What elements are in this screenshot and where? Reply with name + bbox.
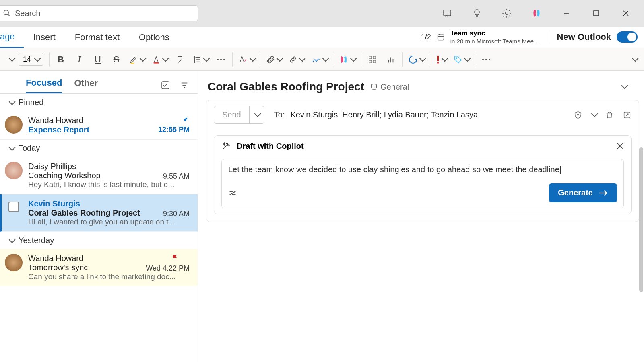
bold-button[interactable]: B [55, 54, 66, 65]
svg-point-32 [489, 59, 490, 60]
compose-box: Send To: Kevin Sturgis; Henry Brill; Lyd… [206, 100, 639, 222]
flag-icon[interactable] [171, 254, 179, 262]
tag-button[interactable] [454, 55, 469, 64]
send-button-group: Send [214, 106, 264, 124]
minimize-icon[interactable] [560, 7, 572, 19]
chevron-down-icon[interactable] [591, 111, 596, 119]
svg-point-31 [485, 59, 487, 60]
gear-icon[interactable] [501, 7, 513, 19]
tab-focused[interactable]: Focused [26, 78, 62, 93]
titlebar: Search [0, 0, 644, 27]
svg-rect-20 [369, 56, 372, 58]
close-icon[interactable] [617, 142, 624, 150]
svg-point-43 [233, 191, 234, 192]
search-input[interactable]: Search [0, 5, 198, 21]
font-size-select[interactable]: 14 [19, 53, 43, 66]
upcoming-event[interactable]: Team sync in 20 min Microsoft Teams Mee.… [450, 29, 539, 45]
lightbulb-icon[interactable] [471, 7, 483, 19]
svg-rect-22 [369, 60, 372, 62]
email-item-selected[interactable]: Kevin Sturgis Coral Gables Roofing Proje… [0, 194, 198, 232]
tab-other[interactable]: Other [74, 78, 98, 93]
send-button[interactable]: Send [214, 106, 250, 123]
mail-list-tabs: Focused Other [0, 71, 198, 93]
email-item-flagged[interactable]: Wanda Howard Tomorrow's sync Can you sha… [0, 249, 198, 286]
event-subtitle: in 20 min Microsoft Teams Mee... [450, 38, 539, 45]
new-outlook-toggle[interactable] [617, 31, 638, 43]
email-time: 9:30 AM [163, 210, 190, 218]
signature-button[interactable] [311, 55, 327, 64]
copilot-toolbar-button[interactable] [339, 55, 355, 64]
email-time: Wed 4:22 PM [146, 264, 190, 273]
styles-button[interactable] [238, 55, 254, 64]
svg-rect-23 [373, 60, 376, 62]
sensitivity-badge[interactable]: General [370, 82, 409, 92]
section-today[interactable]: Today [0, 140, 198, 157]
avatar [5, 116, 23, 134]
svg-point-18 [220, 59, 222, 60]
svg-rect-2 [444, 10, 451, 16]
tab-options[interactable]: Options [129, 27, 179, 48]
ribbon-collapse-icon[interactable] [632, 56, 641, 63]
line-spacing-button[interactable] [193, 55, 208, 64]
send-dropdown[interactable] [250, 106, 264, 123]
pin-icon[interactable] [181, 116, 189, 124]
section-yesterday[interactable]: Yesterday [0, 232, 198, 249]
chevron-down-icon [9, 98, 14, 107]
reading-title: Coral Gables Roofing Project [208, 80, 364, 93]
more-toolbar-icon[interactable] [481, 54, 492, 65]
copilot-prompt-input[interactable]: Let the team know we decided to use clay… [228, 165, 617, 176]
apps-button[interactable] [367, 54, 378, 65]
email-preview: Can you share a link to the marketing do… [28, 272, 190, 281]
email-item[interactable]: Daisy Phillips Coaching Workshop Hey Kat… [0, 157, 198, 194]
font-color-button[interactable] [152, 55, 167, 64]
search-icon [3, 9, 11, 17]
generate-button[interactable]: Generate [549, 183, 617, 202]
chevron-down-icon[interactable] [9, 56, 14, 63]
copilot-icon[interactable] [530, 7, 543, 19]
tab-format-text[interactable]: Format text [65, 27, 129, 48]
note-icon[interactable] [441, 7, 453, 19]
close-icon[interactable] [620, 7, 632, 19]
copilot-title: Draft with Copilot [237, 142, 304, 151]
email-time: 12:55 PM [158, 125, 190, 134]
attach-button[interactable] [266, 55, 281, 64]
email-item-pinned[interactable]: Wanda Howard Expense Report 12:55 PM [0, 111, 198, 140]
encryption-icon[interactable] [574, 110, 582, 120]
tab-message[interactable]: age [0, 27, 24, 48]
adjust-icon[interactable] [228, 189, 237, 197]
section-pinned[interactable]: Pinned [0, 94, 198, 111]
importance-button[interactable] [436, 55, 446, 64]
svg-point-3 [506, 12, 508, 15]
more-formatting-icon[interactable] [215, 54, 227, 65]
italic-button[interactable]: I [74, 54, 85, 65]
svg-point-45 [231, 193, 232, 195]
maximize-icon[interactable] [590, 7, 602, 19]
email-time: 9:55 AM [163, 172, 190, 181]
popout-icon[interactable] [623, 111, 632, 119]
email-sender: Wanda Howard [28, 254, 190, 263]
divider [548, 30, 548, 44]
highlight-button[interactable] [129, 55, 144, 64]
avatar [5, 162, 23, 179]
svg-rect-8 [438, 35, 444, 40]
strikethrough-button[interactable]: S [111, 54, 122, 65]
svg-line-1 [8, 14, 10, 16]
delete-icon[interactable] [605, 110, 614, 120]
poll-button[interactable] [385, 54, 396, 65]
shield-icon [370, 82, 378, 91]
new-outlook-label: New Outlook [557, 32, 611, 42]
underline-button[interactable]: U [92, 54, 103, 65]
filter-icon[interactable] [180, 81, 189, 90]
clear-format-button[interactable] [174, 54, 186, 65]
loop-button[interactable] [408, 55, 424, 64]
link-button[interactable] [289, 55, 304, 64]
select-all-icon[interactable] [161, 80, 170, 90]
scrollbar[interactable] [639, 147, 643, 292]
checkbox-icon[interactable] [8, 202, 19, 212]
svg-rect-5 [594, 11, 599, 16]
calendar-icon[interactable] [437, 33, 445, 41]
to-recipients[interactable]: Kevin Sturgis; Henry Brill; Lydia Bauer;… [290, 110, 478, 119]
tab-insert[interactable]: Insert [24, 27, 65, 48]
collapse-icon[interactable] [621, 83, 626, 90]
chevron-down-icon [9, 144, 14, 153]
